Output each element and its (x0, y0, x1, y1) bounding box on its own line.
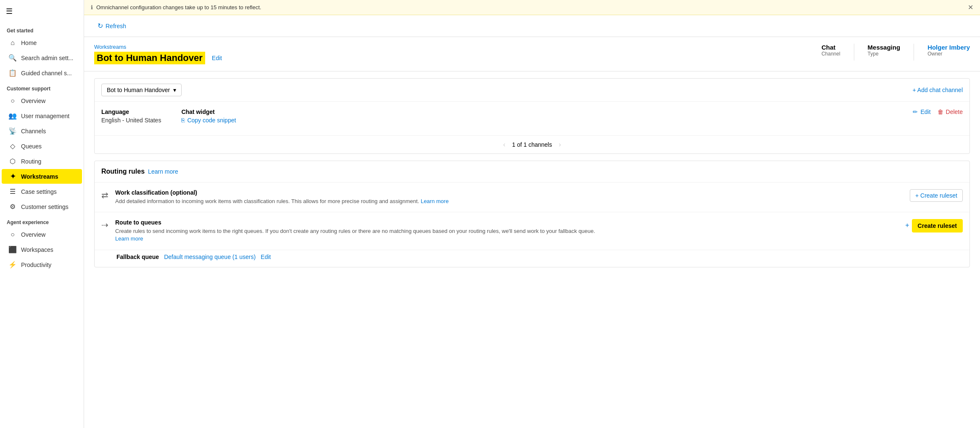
route-to-queues-item: ⇢ Route to queues Create rules to send i… (95, 212, 969, 250)
work-classification-create-button[interactable]: + Create ruleset (910, 189, 963, 202)
refresh-icon: ↻ (98, 22, 103, 30)
sidebar-label-workstreams: Workstreams (21, 173, 58, 180)
banner-left: ℹ Omnichannel configuration changes take… (91, 4, 261, 11)
owner-sublabel: Owner (927, 51, 942, 57)
channel-actions: ✏ Edit 🗑 Delete (913, 108, 963, 115)
info-banner: ℹ Omnichannel configuration changes take… (84, 0, 980, 15)
main-content: ℹ Omnichannel configuration changes take… (84, 0, 980, 428)
chat-widget-field: Chat widget ⎘ Copy code snippet (181, 108, 236, 124)
copy-icon: ⎘ (181, 117, 185, 124)
sidebar-cs-items: ○Overview👥User management📡Channels◇Queue… (0, 93, 84, 214)
nav-icon-ae-overview: ○ (8, 231, 17, 238)
sidebar-item-queues[interactable]: ◇Queues (2, 139, 82, 153)
routing-rules-header: Routing rules Learn more (95, 161, 969, 182)
page-title-row: Bot to Human Handover Edit (94, 52, 222, 64)
agent-experience-label: Agent experience (0, 214, 84, 227)
sidebar-label-case-settings: Case settings (21, 188, 57, 195)
sidebar-label-user-mgmt: User management (21, 113, 69, 119)
work-classification-title: Work classification (optional) (115, 189, 903, 196)
nav-icon-channels: 📡 (8, 127, 17, 135)
edit-icon: ✏ (913, 108, 918, 115)
route-to-queues-title: Route to queues (115, 219, 898, 226)
sidebar-item-user-mgmt[interactable]: 👥User management (2, 108, 82, 123)
language-value: English - United States (101, 117, 161, 124)
channel-dropdown-value: Bot to Human Handover (107, 87, 170, 93)
sidebar-top-items: ⌂Home🔍Search admin sett...📋Guided channe… (0, 35, 84, 81)
nav-icon-routing: ⬡ (8, 157, 17, 165)
sidebar-item-customer-settings[interactable]: ⚙Customer settings (2, 199, 82, 214)
add-chat-channel-button[interactable]: + Add chat channel (913, 87, 963, 93)
work-classification-learn-more[interactable]: Learn more (421, 198, 449, 204)
sidebar-label-guided: Guided channel s... (21, 70, 72, 77)
hamburger-icon[interactable]: ☰ (5, 7, 13, 16)
sidebar-label-search: Search admin sett... (21, 55, 74, 61)
sidebar-item-search[interactable]: 🔍Search admin sett... (2, 50, 82, 65)
content-area: ↻ Refresh Workstreams Bot to Human Hando… (84, 15, 980, 428)
sidebar-header: ☰ (0, 0, 84, 23)
refresh-button[interactable]: ↻ Refresh (94, 20, 129, 32)
sidebar-item-guided[interactable]: 📋Guided channel s... (2, 66, 82, 80)
sidebar-item-workspaces[interactable]: ⬛Workspaces (2, 242, 82, 257)
channel-pagination: ‹ 1 of 1 channels › (95, 135, 969, 153)
channel-dropdown[interactable]: Bot to Human Handover ▾ (101, 84, 182, 96)
pagination-text: 1 of 1 channels (512, 141, 552, 148)
sidebar-item-ae-overview[interactable]: ○Overview (2, 227, 82, 242)
sidebar-item-overview[interactable]: ○Overview (2, 94, 82, 108)
page-header-right: Chat Channel Messaging Type Holger Imber… (822, 44, 970, 61)
chat-widget-label: Chat widget (181, 108, 236, 115)
sidebar-item-workstreams[interactable]: ✦Workstreams (2, 169, 82, 184)
routing-learn-more-link[interactable]: Learn more (148, 168, 178, 175)
sidebar-label-routing: Routing (21, 158, 41, 165)
page-edit-link[interactable]: Edit (212, 55, 222, 61)
info-icon: ℹ (91, 4, 93, 11)
sidebar-item-routing[interactable]: ⬡Routing (2, 154, 82, 169)
fallback-queue-edit-button[interactable]: Edit (261, 254, 271, 260)
channel-edit-label: Edit (920, 108, 930, 115)
route-create-ruleset-button[interactable]: Create ruleset (912, 219, 963, 232)
nav-icon-user-mgmt: 👥 (8, 112, 17, 120)
nav-icon-workstreams: ✦ (8, 172, 17, 180)
route-to-queues-action: + Create ruleset (905, 219, 963, 232)
fallback-queue-label: Fallback queue (116, 254, 159, 260)
sidebar-label-home: Home (21, 40, 37, 46)
owner-value[interactable]: Holger Imbery (927, 44, 970, 51)
sidebar-label-customer-settings: Customer settings (21, 203, 69, 210)
route-learn-more[interactable]: Learn more (115, 235, 143, 242)
nav-icon-overview: ○ (8, 97, 17, 105)
pagination-prev-button[interactable]: ‹ (503, 141, 505, 148)
sidebar-item-case-settings[interactable]: ☰Case settings (2, 184, 82, 199)
sidebar-item-productivity[interactable]: ⚡Productivity (2, 257, 82, 272)
channel-edit-button[interactable]: ✏ Edit (913, 108, 930, 115)
pagination-next-button[interactable]: › (559, 141, 561, 148)
sidebar-label-productivity: Productivity (21, 262, 51, 268)
breadcrumb[interactable]: Workstreams (94, 44, 222, 50)
customer-support-label: Customer support (0, 81, 84, 93)
routing-rules-title: Routing rules (101, 168, 145, 175)
channel-section-top: Bot to Human Handover ▾ + Add chat chann… (95, 79, 969, 102)
sidebar-label-ae-overview: Overview (21, 231, 45, 238)
nav-icon-home: ⌂ (8, 39, 17, 47)
channel-delete-button[interactable]: 🗑 Delete (938, 108, 963, 115)
channel-section: Bot to Human Handover ▾ + Add chat chann… (94, 78, 970, 154)
work-classification-desc-text: Add detailed information to incoming wor… (115, 198, 419, 204)
type-value: Messaging (868, 44, 901, 51)
meta-divider-2 (914, 44, 914, 61)
channel-details: Language English - United States Chat wi… (95, 102, 969, 135)
nav-icon-workspaces: ⬛ (8, 246, 17, 254)
sidebar-item-home[interactable]: ⌂Home (2, 36, 82, 50)
nav-icon-queues: ◇ (8, 142, 17, 150)
work-classification-description: Add detailed information to incoming wor… (115, 198, 903, 205)
classification-icon: ⇄ (101, 190, 108, 200)
channel-sublabel: Channel (822, 51, 840, 57)
language-label: Language (101, 108, 161, 115)
nav-icon-guided: 📋 (8, 69, 17, 77)
copy-snippet-button[interactable]: ⎘ Copy code snippet (181, 117, 236, 124)
banner-close-button[interactable]: ✕ (968, 3, 973, 11)
routing-rules-section: Routing rules Learn more ⇄ Work classifi… (94, 161, 970, 267)
sidebar-item-channels[interactable]: 📡Channels (2, 124, 82, 138)
fallback-queue-link[interactable]: Default messaging queue (1 users) (164, 254, 256, 260)
page-title: Bot to Human Handover (94, 52, 205, 64)
route-to-queues-content: Route to queues Create rules to send inc… (115, 219, 898, 243)
type-sublabel: Type (868, 51, 879, 57)
type-meta: Messaging Type (868, 44, 901, 57)
